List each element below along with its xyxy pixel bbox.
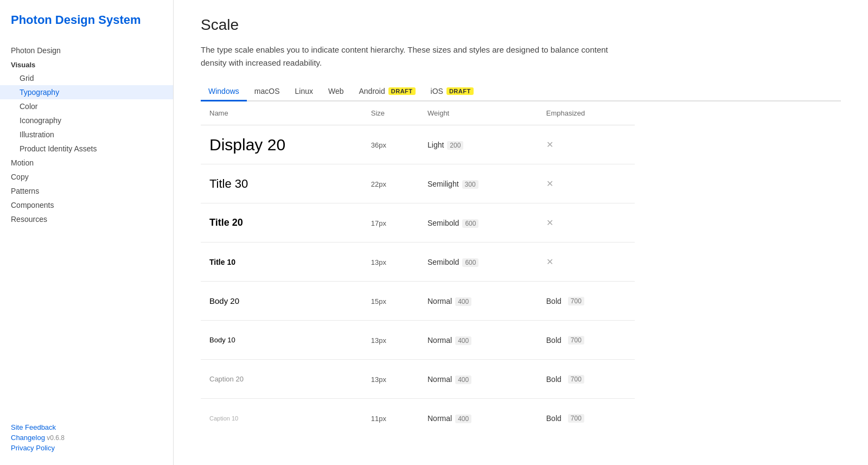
table-row: Caption 1011pxNormal400Bold700 <box>201 399 635 438</box>
table-header-emphasized: Emphasized <box>538 101 635 125</box>
tab-linux[interactable]: Linux <box>287 82 320 101</box>
weight-tag: 400 <box>455 297 471 306</box>
size-value: 13px <box>371 375 386 384</box>
weight-tag: 600 <box>462 219 478 228</box>
size-value: 15px <box>371 297 386 305</box>
table-header-name: Name <box>201 101 362 125</box>
tab-windows[interactable]: Windows <box>201 82 247 101</box>
cell-weight: Normal400 <box>419 360 538 399</box>
cell-name: Display 20 <box>201 125 362 164</box>
tab-label: Windows <box>208 87 239 95</box>
type-name: Caption 10 <box>209 415 354 422</box>
sidebar: Photon Design System Photon DesignVisual… <box>0 0 174 465</box>
page-description: The type scale enables you to indicate c… <box>201 43 613 69</box>
tab-label: Android <box>359 87 385 95</box>
cell-name: Title 10 <box>201 243 362 282</box>
no-emphasized-mark: ✕ <box>546 257 553 266</box>
weight-label: Semilight <box>427 180 459 188</box>
version-label: v0.6.8 <box>45 434 65 442</box>
type-name: Display 20 <box>209 136 354 154</box>
draft-badge: DRAFT <box>446 87 474 95</box>
emphasized-tag: 700 <box>568 297 584 305</box>
size-value: 13px <box>371 336 386 345</box>
table-row: Display 2036pxLight200✕ <box>201 125 635 164</box>
cell-size: 36px <box>362 125 419 164</box>
tab-macos[interactable]: macOS <box>247 82 288 101</box>
draft-badge: DRAFT <box>388 87 416 95</box>
cell-name: Caption 10 <box>201 399 362 438</box>
cell-weight: Normal400 <box>419 399 538 438</box>
weight-label: Normal <box>427 375 452 384</box>
table-row: Title 2017pxSemibold600✕ <box>201 203 635 243</box>
weight-tag: 600 <box>462 258 478 267</box>
type-name: Title 10 <box>209 258 354 266</box>
cell-emphasized: ✕ <box>538 203 635 243</box>
cell-name: Body 20 <box>201 282 362 321</box>
cell-emphasized: Bold700 <box>538 360 635 399</box>
table-row: Title 1013pxSemibold600✕ <box>201 243 635 282</box>
sidebar-item-iconography[interactable]: Iconography <box>0 113 173 128</box>
emphasized-label: Bold <box>546 336 561 345</box>
size-value: 22px <box>371 180 386 188</box>
tab-web[interactable]: Web <box>321 82 352 101</box>
sidebar-item-patterns[interactable]: Patterns <box>0 184 173 198</box>
main-content: Scale The type scale enables you to indi… <box>174 0 868 465</box>
cell-weight: Normal400 <box>419 282 538 321</box>
tab-label: Linux <box>295 87 312 95</box>
cell-weight: Semilight300 <box>419 164 538 203</box>
weight-tag: 400 <box>455 336 471 345</box>
table-row: Body 1013pxNormal400Bold700 <box>201 321 635 360</box>
weight-label: Semibold <box>427 219 459 227</box>
page-title: Scale <box>201 16 841 34</box>
cell-emphasized: Bold700 <box>538 321 635 360</box>
cell-size: 11px <box>362 399 419 438</box>
weight-label: Light <box>427 141 444 149</box>
sidebar-item-product-identity-assets[interactable]: Product Identity Assets <box>0 142 173 156</box>
tab-android[interactable]: AndroidDRAFT <box>352 82 423 101</box>
cell-size: 17px <box>362 203 419 243</box>
emphasized-label: Bold <box>546 375 561 384</box>
sidebar-item-color[interactable]: Color <box>0 99 173 113</box>
sidebar-item-copy[interactable]: Copy <box>0 170 173 184</box>
size-value: 17px <box>371 219 386 227</box>
type-name: Title 20 <box>209 217 354 228</box>
cell-name: Body 10 <box>201 321 362 360</box>
footer-link-site-feedback[interactable]: Site Feedback <box>11 423 162 431</box>
table-row: Caption 2013pxNormal400Bold700 <box>201 360 635 399</box>
emphasized-label: Bold <box>546 297 561 305</box>
tab-label: iOS <box>431 87 443 95</box>
sidebar-item-motion[interactable]: Motion <box>0 156 173 170</box>
emphasized-tag: 700 <box>568 375 584 384</box>
platform-tabs: WindowsmacOSLinuxWebAndroidDRAFTiOSDRAFT <box>201 82 841 101</box>
no-emphasized-mark: ✕ <box>546 140 553 149</box>
weight-label: Normal <box>427 336 452 345</box>
weight-label: Normal <box>427 414 452 423</box>
cell-emphasized: ✕ <box>538 164 635 203</box>
sidebar-section-label: Visuals <box>0 58 173 71</box>
sidebar-item-resources[interactable]: Resources <box>0 212 173 226</box>
weight-label: Semibold <box>427 258 459 266</box>
sidebar-item-components[interactable]: Components <box>0 198 173 212</box>
cell-size: 22px <box>362 164 419 203</box>
table-row: Title 3022pxSemilight300✕ <box>201 164 635 203</box>
cell-emphasized: Bold700 <box>538 399 635 438</box>
sidebar-item-grid[interactable]: Grid <box>0 71 173 85</box>
sidebar-item-typography[interactable]: Typography <box>0 85 173 99</box>
footer-link-privacy-policy[interactable]: Privacy Policy <box>11 444 162 452</box>
type-scale-table: NameSizeWeightEmphasized Display 2036pxL… <box>201 101 635 438</box>
cell-emphasized: Bold700 <box>538 282 635 321</box>
sidebar-item-photon-design[interactable]: Photon Design <box>0 43 173 58</box>
cell-size: 13px <box>362 321 419 360</box>
sidebar-footer: Site FeedbackChangelog v0.6.8Privacy Pol… <box>0 415 173 454</box>
tab-ios[interactable]: iOSDRAFT <box>423 82 481 101</box>
no-emphasized-mark: ✕ <box>546 179 553 188</box>
cell-weight: Semibold600 <box>419 203 538 243</box>
cell-weight: Light200 <box>419 125 538 164</box>
type-name: Body 20 <box>209 296 354 305</box>
sidebar-item-illustration[interactable]: Illustration <box>0 128 173 142</box>
footer-link-changelog[interactable]: Changelog v0.6.8 <box>11 434 162 442</box>
weight-tag: 300 <box>462 180 478 189</box>
cell-weight: Normal400 <box>419 321 538 360</box>
size-value: 11px <box>371 415 386 423</box>
emphasized-tag: 700 <box>568 336 584 345</box>
